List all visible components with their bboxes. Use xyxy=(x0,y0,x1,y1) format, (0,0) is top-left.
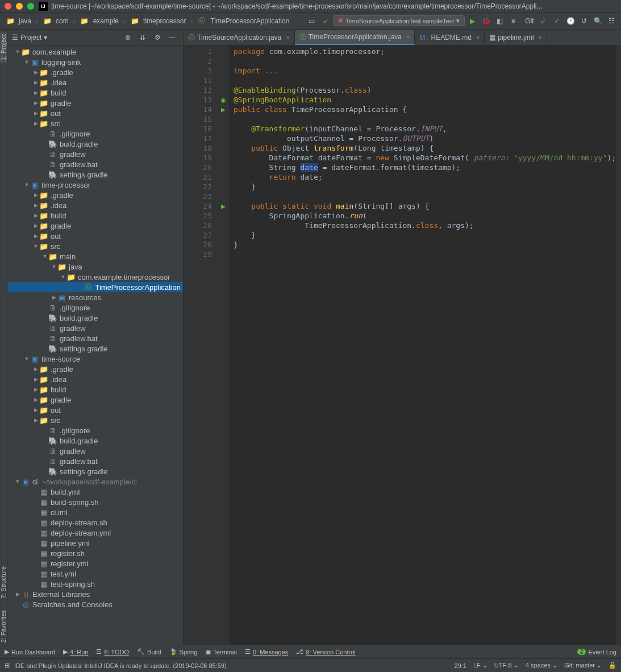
tree-folder[interactable]: ▶📁out xyxy=(7,405,183,415)
tree-file[interactable]: 🗎gradlew.bat xyxy=(7,159,183,169)
tree-folder[interactable]: ▶📁build xyxy=(7,210,183,221)
tree-external-libraries[interactable]: ▶⫼External Libraries xyxy=(7,589,183,599)
tree-folder[interactable]: ▶📁gradle xyxy=(7,395,183,405)
git-branch[interactable]: Git: master ⌄ xyxy=(564,662,602,669)
tree-folder[interactable]: ▶📁src xyxy=(7,415,183,425)
gutter-icons[interactable]: ◉▶ ▶ xyxy=(218,45,229,645)
run-dashboard-button[interactable]: ▶ Run Dashboard xyxy=(5,648,55,656)
close-icon[interactable]: × xyxy=(286,34,289,41)
git-revert-button[interactable]: ↺ xyxy=(578,15,590,27)
tree-class-selected[interactable]: ⓒTimeProcessorApplication xyxy=(7,282,183,292)
stop-button[interactable]: ■ xyxy=(507,15,519,27)
tree-folder[interactable]: ▼📁main xyxy=(7,251,183,262)
close-icon[interactable]: × xyxy=(539,34,542,41)
collapse-all-button[interactable]: ⇊ xyxy=(136,31,149,44)
cursor-position[interactable]: 29:1 xyxy=(454,662,466,669)
messages-tool-button[interactable]: ☰ 0: Messages xyxy=(245,648,288,656)
tree-file[interactable]: 🐘settings.gradle xyxy=(7,343,183,354)
structure-tool-button[interactable]: 7: Structure xyxy=(0,564,7,601)
breadcrumb-item[interactable]: 📁java xyxy=(3,16,34,26)
project-tool-button[interactable]: 1: Project xyxy=(0,32,7,63)
tree-scratches[interactable]: ◎Scratches and Consoles xyxy=(7,599,183,609)
git-commit-button[interactable]: ✓ xyxy=(551,15,563,27)
tree-file[interactable]: ▦register.yml xyxy=(7,558,183,569)
run-configuration-selector[interactable]: ✖ TimeSourceApplicationTest.sampleTest ▾ xyxy=(333,15,465,26)
line-number-gutter[interactable]: 1231112131415161718192021222324252627282… xyxy=(184,45,218,645)
breadcrumb-item[interactable]: 📁timeprocessor xyxy=(128,16,188,26)
minimize-window-button[interactable] xyxy=(16,3,23,10)
editor-tab[interactable]: ⓒTimeSourceApplication.java× xyxy=(184,30,295,45)
project-panel-title[interactable]: ☰ Project ▾ xyxy=(12,34,118,42)
tree-folder[interactable]: ▼📁com.example xyxy=(7,47,183,57)
tree-package[interactable]: ▼📁com.example.timeprocessor xyxy=(7,272,183,282)
tree-module[interactable]: ▼▣time-source xyxy=(7,354,183,364)
close-icon[interactable]: × xyxy=(476,34,480,41)
tree-file[interactable]: 🗎gradlew xyxy=(7,446,183,456)
tree-folder[interactable]: ▶📁.gradle xyxy=(7,364,183,374)
vcs-tool-button[interactable]: ⎇ 9: Version Control xyxy=(296,648,355,656)
tree-folder[interactable]: ▶📁gradle xyxy=(7,221,183,231)
tree-file[interactable]: 🗎.gitignore xyxy=(7,302,183,313)
tree-file[interactable]: ▦deploy-stream.sh xyxy=(7,517,183,528)
tree-file[interactable]: ▦test.yml xyxy=(7,569,183,579)
tree-folder[interactable]: ▶📁.idea xyxy=(7,77,183,88)
tree-file[interactable]: ▦pipeline.yml xyxy=(7,538,183,548)
editor-tab[interactable]: M↓README.md× xyxy=(415,30,485,45)
tree-folder[interactable]: ▼📁java xyxy=(7,262,183,272)
tree-file[interactable]: 🗎gradlew.bat xyxy=(7,456,183,466)
terminal-tool-button[interactable]: ▣ Terminal xyxy=(205,648,237,656)
indent-settings[interactable]: 4 spaces ⌄ xyxy=(526,662,557,669)
breadcrumb-item[interactable]: 📁example xyxy=(78,16,121,26)
run-tool-button[interactable]: ▶ 4: Run xyxy=(63,648,88,656)
make-button[interactable]: ↙ xyxy=(319,15,332,27)
tree-file[interactable]: 🗎gradlew xyxy=(7,149,183,159)
tree-file[interactable]: ▦build-spring.sh xyxy=(7,497,183,507)
tree-folder[interactable]: ▶📁gradle xyxy=(7,98,183,108)
editor-tab[interactable]: ▦pipeline.yml× xyxy=(485,30,547,45)
locate-button[interactable]: ⊕ xyxy=(122,31,134,44)
tree-folder[interactable]: ▶📁out xyxy=(7,231,183,241)
tree-folder[interactable]: ▶📁.idea xyxy=(7,374,183,384)
tree-folder[interactable]: ▶📁src xyxy=(7,118,183,128)
run-button[interactable]: ▶ xyxy=(466,15,478,27)
error-stripe[interactable] xyxy=(616,45,621,645)
favorites-tool-button[interactable]: 2: Favorites xyxy=(0,608,7,645)
todo-tool-button[interactable]: ☰ 6: TODO xyxy=(96,648,129,656)
gear-icon[interactable]: ⚙ xyxy=(151,31,164,44)
device-icon[interactable]: ▭ xyxy=(306,15,318,27)
tree-module[interactable]: ▼▣time-processor xyxy=(7,180,183,190)
tree-file[interactable]: 🗎gradlew xyxy=(7,323,183,333)
git-history-button[interactable]: 🕑 xyxy=(564,15,577,27)
tree-folder[interactable]: ▶▣resources xyxy=(7,292,183,302)
project-tree[interactable]: ▼📁com.example ▼▣logging-sink ▶📁.gradle ▶… xyxy=(7,45,183,645)
tree-module[interactable]: ▼▣logging-sink xyxy=(7,57,183,67)
tree-folder[interactable]: ▶📁.gradle xyxy=(7,190,183,200)
tree-file[interactable]: ▦ci.iml xyxy=(7,507,183,517)
file-encoding[interactable]: UTF-8 ⌄ xyxy=(494,662,519,669)
tree-file[interactable]: 🐘build.gradle xyxy=(7,435,183,446)
spring-tool-button[interactable]: 🍃 Spring xyxy=(169,648,198,656)
tree-file[interactable]: 🐘build.gradle xyxy=(7,313,183,323)
line-separator[interactable]: LF ⌄ xyxy=(473,662,487,669)
hide-panel-button[interactable]: — xyxy=(166,31,178,44)
breadcrumb-item[interactable]: 📁com xyxy=(40,16,71,26)
maximize-window-button[interactable] xyxy=(27,3,34,10)
close-icon[interactable]: × xyxy=(406,34,410,40)
tree-folder[interactable]: ▶📁build xyxy=(7,88,183,98)
breadcrumb-item[interactable]: ⓒTimeProcessorApplication xyxy=(195,15,291,27)
tree-file[interactable]: ▦deploy-stream.yml xyxy=(7,528,183,538)
build-tool-button[interactable]: 🔨 Build xyxy=(137,648,161,656)
search-everywhere-button[interactable]: 🔍 xyxy=(591,15,604,27)
tree-folder[interactable]: ▶📁.gradle xyxy=(7,67,183,77)
coverage-button[interactable]: ◧ xyxy=(493,15,506,27)
tree-folder[interactable]: ▶📁out xyxy=(7,108,183,118)
close-window-button[interactable] xyxy=(5,3,11,10)
tree-file[interactable]: ▦build.yml xyxy=(7,487,183,497)
git-pull-button[interactable]: ↙ xyxy=(537,15,549,27)
tree-folder[interactable]: ▶📁.idea xyxy=(7,200,183,210)
tree-folder[interactable]: ▶📁build xyxy=(7,384,183,395)
tree-file[interactable]: 🗎.gitignore xyxy=(7,128,183,139)
settings-icon[interactable]: ☷ xyxy=(605,15,618,27)
tree-file[interactable]: 🐘settings.gradle xyxy=(7,466,183,476)
tree-file[interactable]: 🗎.gitignore xyxy=(7,425,183,435)
